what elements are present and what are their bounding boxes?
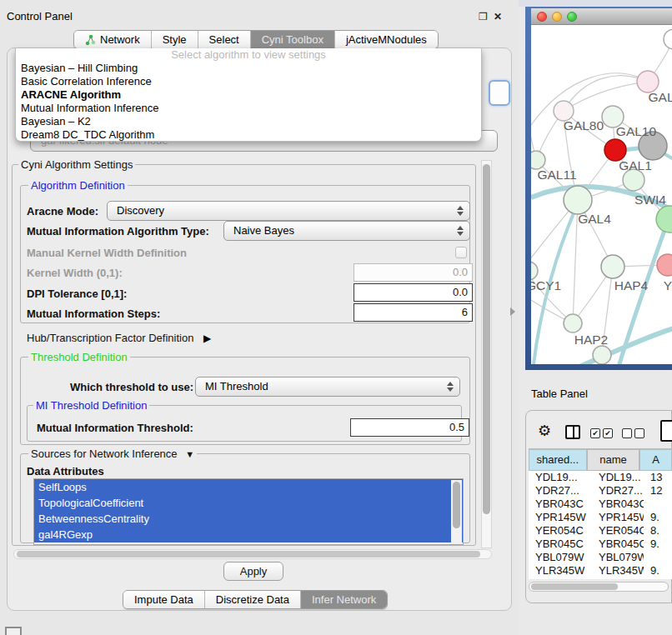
attribute-item[interactable]: SelfLoops	[34, 479, 463, 495]
tab-style[interactable]: Style	[151, 31, 198, 48]
kernel-width-field[interactable]: 0.0	[354, 263, 473, 282]
data-attributes-list[interactable]: SelfLoops TopologicalCoefficient Between…	[33, 478, 464, 545]
node-label: GAL10	[616, 124, 657, 138]
network-node-bright-green[interactable]	[656, 206, 672, 232]
cell: 9.	[644, 578, 672, 579]
float-panel-icon[interactable]: ❐	[479, 11, 488, 22]
tab-select-label: Select	[209, 33, 239, 46]
manual-kernel-checkbox[interactable]	[455, 247, 467, 258]
column-header-shared-name[interactable]: shared...	[529, 449, 587, 471]
checkbox-checked-icon[interactable]: ✔	[603, 428, 613, 438]
panel-splitter-handle[interactable]	[510, 308, 515, 316]
apply-button[interactable]: Apply	[223, 562, 283, 581]
close-panel-icon[interactable]: ✕	[494, 11, 502, 22]
cell: YDR27...	[529, 484, 589, 498]
table-row[interactable]: YBR045CYBR045C9.	[529, 538, 672, 551]
sources-legend[interactable]: Sources for Network Inference ▼	[28, 448, 197, 460]
cell: YBR045C	[589, 538, 644, 551]
algorithm-option[interactable]: Bayesian – Hill Climbing	[16, 62, 481, 75]
tab-select[interactable]: Select	[198, 31, 250, 48]
tab-infer-network-label: Infer Network	[312, 593, 376, 606]
tab-discretize-data-label: Discretize Data	[216, 593, 289, 606]
split-columns-icon[interactable]	[565, 425, 580, 439]
hub-definition-label: Hub/Transcription Factor Definition	[27, 332, 193, 344]
algorithm-option[interactable]: Mutual Information Inference	[16, 102, 481, 115]
network-node-gcy1[interactable]	[531, 262, 538, 280]
node-table[interactable]: shared... name A YDL19...YDL19...13 YDR2…	[529, 448, 672, 579]
document-icon[interactable]	[660, 420, 672, 442]
minimize-window-icon[interactable]	[552, 12, 562, 22]
algorithm-option[interactable]: Bayesian – K2	[16, 115, 481, 128]
cell: YLR345W	[529, 564, 589, 578]
network-node-bottom[interactable]	[593, 346, 611, 364]
tab-infer-network[interactable]: Infer Network	[300, 591, 387, 608]
sources-legend-label: Sources for Network Inference	[31, 448, 178, 460]
tab-impute-data[interactable]: Impute Data	[123, 591, 204, 608]
algorithm-option-selected[interactable]: ARACNE Algorithm	[16, 88, 481, 102]
attributes-scrollbar[interactable]	[451, 480, 462, 545]
attribute-item[interactable]: BetweennessCentrality	[34, 511, 463, 527]
mi-steps-field[interactable]: 6	[354, 303, 473, 322]
close-window-icon[interactable]	[537, 12, 547, 22]
cell: YBR045C	[529, 538, 589, 551]
network-node-hap2[interactable]	[564, 314, 582, 332]
aracne-mode-combo[interactable]: Discovery	[107, 201, 470, 221]
hub-definition-toggle[interactable]: Hub/Transcription Factor Definition ▶	[27, 332, 211, 344]
tab-cyni-toolbox[interactable]: Cyni Toolbox	[250, 31, 334, 48]
inference-algorithm-combo-partial[interactable]	[489, 80, 510, 106]
network-node-gal11[interactable]	[531, 151, 545, 169]
network-node-partial[interactable]	[664, 29, 672, 49]
tab-impute-data-label: Impute Data	[134, 593, 193, 606]
network-window-titlebar[interactable]	[531, 8, 672, 25]
gear-icon[interactable]: ⚙	[538, 422, 551, 440]
network-node-gal4[interactable]	[564, 186, 592, 214]
algorithm-option[interactable]: Dream8 DC_TDC Algorithm	[16, 128, 481, 142]
mi-threshold-field[interactable]: 0.5	[350, 418, 469, 437]
table-row[interactable]: YPR145WYPR145W9.	[529, 511, 672, 524]
network-node-hap4[interactable]	[601, 255, 624, 278]
table-row[interactable]: YDR27...YDR27...12	[529, 484, 672, 498]
control-panel-tabbar: Network Style Select Cyni Toolbox jActiv…	[73, 30, 439, 49]
node-label: Y	[664, 278, 672, 292]
cell: YDL19...	[529, 471, 589, 484]
settings-vertical-scrollbar[interactable]	[481, 160, 492, 548]
network-icon	[85, 34, 96, 46]
tab-network[interactable]: Network	[74, 31, 151, 48]
cell: YLR345W	[589, 564, 644, 578]
table-row[interactable]: YER054CYER054C8.	[529, 524, 672, 538]
table-row[interactable]: YDL19...YDL19...13	[529, 471, 672, 484]
tab-discretize-data[interactable]: Discretize Data	[204, 591, 300, 608]
tab-jactivemnodules[interactable]: jActiveMNodules	[334, 31, 438, 48]
node-label: HAP4	[614, 278, 649, 292]
cell: 13	[644, 471, 672, 484]
mi-steps-label: Mutual Information Steps:	[27, 308, 160, 320]
column-header-partial[interactable]: A	[639, 449, 672, 471]
dpi-tolerance-field[interactable]: 0.0	[354, 283, 473, 302]
which-threshold-combo[interactable]: MI Threshold	[195, 377, 460, 397]
checkbox-unchecked-icon[interactable]	[634, 428, 644, 438]
table-row[interactable]: YBR043CYBR043C	[529, 498, 672, 511]
minimized-panel-icon[interactable]	[5, 627, 22, 635]
attribute-item[interactable]: TopologicalCoefficient	[34, 495, 463, 511]
attribute-item[interactable]: gal4RGexp	[34, 527, 463, 542]
algorithm-option[interactable]: Basic Correlation Inference	[16, 75, 481, 88]
network-canvas[interactable]: GAL GAL80 GAL10 GAL1 GAL11 SWI4 GAL4 GCY…	[531, 25, 672, 364]
table-row[interactable]: YIL052CYIL052C9.	[529, 578, 672, 579]
zoom-window-icon[interactable]	[567, 12, 577, 22]
table-horizontal-scrollbar[interactable]	[529, 582, 669, 592]
collapse-arrow-icon: ▶	[203, 332, 211, 344]
column-header-name[interactable]: name	[587, 449, 640, 471]
node-label: GAL80	[564, 118, 604, 132]
table-row[interactable]: YLR345WYLR345W9.	[529, 564, 672, 578]
settings-horizontal-scrollbar[interactable]	[13, 549, 492, 559]
table-row[interactable]: YBL079WYBL079W	[529, 551, 672, 564]
network-node-salmon[interactable]	[657, 254, 672, 276]
mi-algorithm-type-combo[interactable]: Naive Bayes	[223, 221, 470, 241]
cell: YBR043C	[529, 498, 589, 511]
checkbox-unchecked-icon[interactable]	[622, 428, 632, 438]
mi-algorithm-type-label: Mutual Information Algorithm Type:	[27, 225, 209, 238]
checkbox-checked-icon[interactable]: ✔	[590, 428, 600, 438]
cell: YPR145W	[529, 511, 589, 524]
right-top-strip	[519, 0, 672, 7]
cell: YBL079W	[529, 551, 589, 564]
